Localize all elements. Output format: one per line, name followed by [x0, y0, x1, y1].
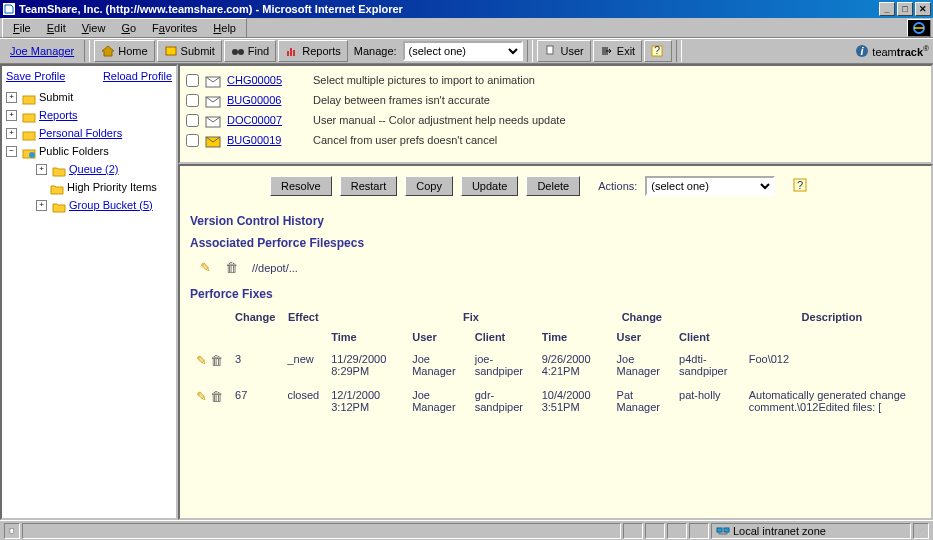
home-button[interactable]: Home	[94, 40, 154, 62]
ie-page-icon	[2, 2, 16, 16]
svg-rect-6	[290, 48, 292, 56]
menu-view[interactable]: View	[74, 20, 114, 36]
submit-icon	[164, 45, 178, 57]
minimize-button[interactable]: _	[879, 2, 895, 16]
cell-client: gdr-sandpiper	[469, 383, 536, 419]
trash-icon[interactable]: 🗑	[210, 353, 223, 368]
svg-rect-2	[166, 47, 176, 55]
tree-group-bucket[interactable]: Group Bucket (5)	[36, 196, 172, 214]
find-button[interactable]: Find	[224, 40, 276, 62]
folder-icon	[52, 164, 66, 175]
menu-help[interactable]: Help	[205, 20, 244, 36]
teamtrack-brand: i teamtrack®	[855, 44, 929, 58]
svg-rect-8	[547, 46, 553, 54]
issue-checkbox[interactable]	[186, 94, 199, 107]
cell-fix-user: Joe Manager	[406, 347, 469, 383]
edit-icon[interactable]: ✎	[196, 389, 207, 404]
cell-time: 12/1/2000 3:12PM	[325, 383, 406, 419]
tree-public-folders[interactable]: Public Folders	[6, 142, 172, 160]
status-message	[22, 523, 621, 539]
issue-id-link[interactable]: BUG00019	[227, 130, 307, 150]
reports-button[interactable]: Reports	[278, 40, 348, 62]
copy-button[interactable]: Copy	[405, 176, 453, 196]
issue-id-link[interactable]: CHG00005	[227, 70, 307, 90]
th-fix-user: User	[406, 327, 469, 347]
exit-button[interactable]: Exit	[593, 40, 642, 62]
detail-pane: Resolve Restart Copy Update Delete Actio…	[178, 164, 933, 520]
tree-queue[interactable]: Queue (2)	[36, 160, 172, 178]
th-change-user: User	[611, 327, 674, 347]
svg-rect-27	[724, 528, 729, 532]
restart-button[interactable]: Restart	[340, 176, 397, 196]
tree-personal-folders[interactable]: Personal Folders	[6, 124, 172, 142]
status-zone: Local intranet zone	[711, 523, 911, 539]
submit-button[interactable]: Submit	[157, 40, 222, 62]
cell-time2: 10/4/2000 3:51PM	[536, 383, 611, 419]
envelope-icon	[205, 114, 221, 126]
cell-change: 3	[229, 347, 281, 383]
cell-effect: closed	[281, 383, 325, 419]
user-button[interactable]: User	[537, 40, 591, 62]
window-title: TeamShare, Inc. (http://www.teamshare.co…	[19, 3, 879, 15]
issue-checkbox[interactable]	[186, 114, 199, 127]
close-button[interactable]: ✕	[915, 2, 931, 16]
svg-point-3	[232, 49, 238, 55]
tree-submit[interactable]: Submit	[6, 88, 172, 106]
edit-icon[interactable]: ✎	[196, 353, 207, 368]
trash-icon[interactable]: 🗑	[210, 389, 223, 404]
window-titlebar: TeamShare, Inc. (http://www.teamshare.co…	[0, 0, 933, 18]
current-user-link[interactable]: Joe Manager	[4, 45, 80, 57]
menu-go[interactable]: Go	[113, 20, 144, 36]
th-client2: Client	[673, 327, 743, 347]
trash-icon[interactable]: 🗑	[225, 260, 238, 275]
tree-reports[interactable]: Reports	[6, 106, 172, 124]
th-time: Time	[325, 327, 406, 347]
user-icon	[544, 45, 558, 57]
tree-high-priority[interactable]: High Priority Items	[36, 178, 172, 196]
issue-row: BUG00019Cancel from user prefs doesn't c…	[186, 130, 925, 150]
menu-file[interactable]: File	[5, 20, 39, 36]
svg-rect-7	[293, 50, 295, 56]
issue-description: Cancel from user prefs doesn't cancel	[313, 130, 497, 150]
update-button[interactable]: Update	[461, 176, 518, 196]
filespec-row: ✎ 🗑 //depot/...	[190, 256, 921, 279]
delete-button[interactable]: Delete	[526, 176, 580, 196]
fix-row: ✎ 🗑3_new11/29/2000 8:29PMJoe Managerjoe-…	[190, 347, 921, 383]
svg-text:?: ?	[797, 179, 803, 191]
issue-id-link[interactable]: BUG00006	[227, 90, 307, 110]
svg-rect-16	[23, 132, 35, 140]
cell-description: Automatically generated change comment.\…	[743, 383, 921, 419]
issue-row: DOC00007User manual -- Color adjustment …	[186, 110, 925, 130]
manage-select[interactable]: (select one)	[403, 41, 523, 61]
toolbar-help-button[interactable]: ?	[644, 40, 672, 62]
svg-rect-25	[10, 528, 14, 533]
cell-effect: _new	[281, 347, 325, 383]
submit-folder-icon	[22, 92, 36, 103]
resolve-button[interactable]: Resolve	[270, 176, 332, 196]
menu-edit[interactable]: Edit	[39, 20, 74, 36]
th-change: Change	[229, 307, 281, 327]
menu-favorites[interactable]: Favorites	[144, 20, 205, 36]
actions-help-button[interactable]: ?	[793, 178, 807, 194]
save-profile-link[interactable]: Save Profile	[6, 70, 65, 82]
svg-text:?: ?	[654, 45, 660, 56]
maximize-button[interactable]: □	[897, 2, 913, 16]
folder-icon	[52, 200, 66, 211]
binoculars-icon	[231, 45, 245, 57]
issue-id-link[interactable]: DOC00007	[227, 110, 307, 130]
edit-icon[interactable]: ✎	[200, 260, 211, 275]
issue-checkbox[interactable]	[186, 74, 199, 87]
statusbar: Local intranet zone	[0, 520, 933, 540]
th-description: Description	[743, 307, 921, 327]
resize-grip[interactable]	[913, 523, 929, 539]
issue-checkbox[interactable]	[186, 134, 199, 147]
th-time2: Time	[536, 327, 611, 347]
exit-icon	[600, 45, 614, 57]
cell-client2: pat-holly	[673, 383, 743, 419]
sidebar: Save Profile Reload Profile Submit Repor…	[0, 64, 178, 520]
cell-time: 11/29/2000 8:29PM	[325, 347, 406, 383]
reload-profile-link[interactable]: Reload Profile	[103, 70, 172, 82]
reports-folder-icon	[22, 110, 36, 121]
actions-label: Actions:	[598, 180, 637, 192]
actions-select[interactable]: (select one)	[645, 176, 775, 196]
